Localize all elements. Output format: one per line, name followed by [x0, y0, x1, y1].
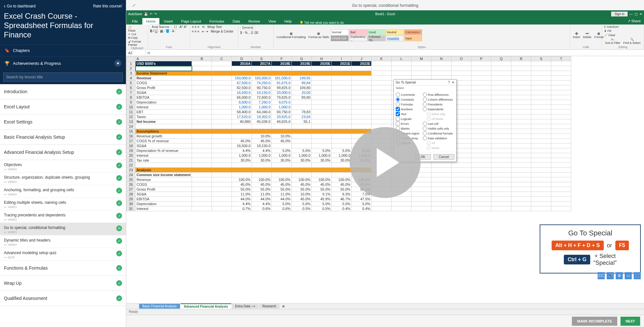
- dlg-option-text[interactable]: Text: [396, 112, 420, 116]
- chapter-item[interactable]: Basic Financial Analysis Setup✓: [0, 130, 126, 145]
- new-sheet-button[interactable]: ⊕: [280, 304, 287, 308]
- wrap-text-button[interactable]: Wrap Text: [207, 25, 222, 29]
- lesson-item[interactable]: Go to special, conditional formatting▭ V…: [0, 223, 126, 235]
- cell-style-hyperlink[interactable]: Hyperlink: [386, 35, 404, 41]
- fullscreen-button[interactable]: ⛶: [634, 272, 641, 279]
- dialog-close-icon[interactable]: ✕: [452, 81, 454, 84]
- insert-cells-button[interactable]: ➕Insert: [572, 31, 581, 39]
- save-icon[interactable]: 💾: [144, 12, 148, 16]
- lesson-item[interactable]: Structure, organization, duplicate sheet…: [0, 173, 126, 185]
- help-icon[interactable]: ?: [448, 81, 450, 84]
- sheet-tab[interactable]: Extra Data -->: [232, 304, 259, 309]
- chapter-list[interactable]: Introduction✓Excel Layout✓Excel Settings…: [0, 84, 126, 327]
- ribbon-tab-review[interactable]: Review: [244, 18, 264, 25]
- cell-style-calculation[interactable]: Calculation: [404, 29, 422, 35]
- dlg-option-comments[interactable]: Comments: [396, 93, 420, 97]
- find-select-button[interactable]: 🔍Find & Select: [622, 37, 642, 45]
- dlg-option-errors[interactable]: Errors: [396, 122, 420, 126]
- chapter-item[interactable]: Excel Layout✓: [0, 99, 126, 114]
- cell-style-checkcell[interactable]: Check Cell: [331, 35, 349, 41]
- cell-style-followedhy[interactable]: Followed Hy...: [367, 35, 385, 41]
- dlg-option-row-differences[interactable]: Row differences: [423, 93, 453, 97]
- dlg-option-conditional-formats[interactable]: Conditional formats: [423, 131, 453, 135]
- minimize-icon[interactable]: —: [630, 12, 633, 16]
- font-name-select[interactable]: Arial Narrow: [150, 25, 171, 29]
- settings-button[interactable]: ⚙: [616, 272, 623, 279]
- lesson-item[interactable]: Dynamic titles and headers▭ VIDEO✓: [0, 235, 126, 248]
- ribbon-tab-formulas[interactable]: Formulas: [205, 18, 228, 25]
- name-box[interactable]: A2: [126, 50, 146, 55]
- redo-icon[interactable]: ↷: [154, 12, 157, 16]
- ribbon-tab-help[interactable]: Help: [280, 18, 296, 25]
- sheet-tab[interactable]: Basic Financial Analysis: [139, 304, 180, 309]
- chapter-item[interactable]: Excel Settings✓: [0, 114, 126, 130]
- cell-style-input[interactable]: Input: [404, 35, 422, 41]
- share-button[interactable]: ↗ Share: [624, 18, 644, 25]
- cell-style-neutral[interactable]: Neutral: [386, 29, 404, 35]
- dlg-option-numbers[interactable]: Numbers: [396, 107, 420, 111]
- sheet-tab[interactable]: Advanced Financial Analysis: [181, 303, 231, 309]
- sort-filter-button[interactable]: A↓Sort & Filter: [604, 37, 621, 45]
- format-as-table-button[interactable]: ▦Format as Table: [308, 31, 330, 39]
- cut-button[interactable]: Cut: [132, 33, 136, 36]
- volume-button[interactable]: 🔊: [607, 272, 614, 279]
- autosave-toggle[interactable]: AutoSave: [128, 12, 142, 16]
- ribbon-tab-file[interactable]: File: [128, 18, 142, 25]
- lesson-item[interactable]: Advanced modeling setup quiz▭ QUIZ✓: [0, 248, 126, 261]
- cell-style-normal[interactable]: Normal: [331, 29, 349, 35]
- chapter-item[interactable]: Wrap Up✓: [0, 276, 126, 291]
- search-input[interactable]: [3, 73, 123, 82]
- copy-button[interactable]: Copy: [131, 36, 138, 39]
- chapter-item[interactable]: Functions & Formulas✓: [0, 261, 126, 276]
- clear-button[interactable]: Clear: [609, 34, 616, 37]
- font-size-select[interactable]: 11: [172, 25, 179, 29]
- formula-bar[interactable]: [152, 52, 644, 54]
- format-painter-button[interactable]: Format Painter: [128, 40, 141, 46]
- conditional-formatting-button[interactable]: ▦Conditional Formatting: [276, 31, 307, 39]
- achievements-toggle[interactable]: 🏆 Achievements & Progress ★: [0, 56, 126, 70]
- merge-center-button[interactable]: Merge & Center: [211, 30, 234, 33]
- next-button[interactable]: NEXT: [620, 317, 640, 326]
- undo-icon[interactable]: ↶: [150, 12, 152, 16]
- tell-me-search[interactable]: 💡 Tell me what you want to do: [299, 21, 344, 25]
- fullscreen-icon[interactable]: ⤢: [132, 3, 136, 8]
- signin-button[interactable]: Sign in: [611, 12, 628, 16]
- captions-button[interactable]: CC: [598, 272, 605, 279]
- lesson-item[interactable]: Anchoring, formatting, and grouping cell…: [0, 185, 126, 198]
- chapter-item[interactable]: Advanced Financial Analysis Setup✓: [0, 145, 126, 160]
- dlg-option-visible-cells-only[interactable]: Visible cells only: [423, 126, 453, 131]
- ribbon-tab-view[interactable]: View: [265, 18, 280, 25]
- dlg-option-formulas[interactable]: Formulas: [396, 102, 420, 106]
- cell-style-good[interactable]: Good: [367, 29, 385, 35]
- back-to-dashboard-link[interactable]: Go to dashboard: [4, 3, 36, 9]
- fill-button[interactable]: Fill: [608, 29, 611, 33]
- lesson-item[interactable]: Tracing precedents and dependents▭ VIDEO…: [0, 210, 126, 223]
- lesson-item[interactable]: Objectives▭ VIDEO✓: [0, 160, 126, 173]
- dlg-option-logicals[interactable]: Logicals: [396, 117, 420, 121]
- cell-style-explanatory[interactable]: Explanatory ...: [349, 35, 367, 41]
- dlg-option-constants[interactable]: Constants: [396, 97, 420, 102]
- chapters-toggle[interactable]: 🔖 Chapters: [0, 45, 126, 56]
- close-icon[interactable]: ✕: [639, 12, 642, 16]
- maximize-icon[interactable]: ▢: [635, 12, 638, 16]
- chapter-item[interactable]: Qualified Assessment✓: [0, 291, 126, 306]
- video-play-button[interactable]: [350, 127, 421, 198]
- rate-course-link[interactable]: Rate this course!: [93, 3, 122, 9]
- ribbon-tab-page-layout[interactable]: Page Layout: [177, 18, 205, 25]
- pip-button[interactable]: ▭: [625, 272, 632, 279]
- delete-cells-button[interactable]: ➖Delete: [582, 31, 592, 39]
- sheet-tab[interactable]: Research: [259, 304, 279, 309]
- dlg-option-last-cell[interactable]: Last cell: [423, 122, 453, 126]
- mark-incomplete-button[interactable]: MARK INCOMPLETE: [572, 317, 617, 326]
- dlg-option-precedents[interactable]: Precedents: [423, 102, 453, 106]
- lesson-item[interactable]: Editing multiple sheets, naming cells▭ V…: [0, 198, 126, 210]
- chapter-item[interactable]: Introduction✓: [0, 84, 126, 99]
- dlg-option-data-validation[interactable]: Data validation: [423, 136, 453, 140]
- ribbon-tab-insert[interactable]: Insert: [160, 18, 177, 25]
- dlg-option-column-differences[interactable]: Column differences: [423, 97, 453, 102]
- cell-style-bad[interactable]: Bad: [349, 29, 367, 35]
- autosum-button[interactable]: AutoSum: [607, 25, 619, 28]
- ribbon-tab-data[interactable]: Data: [229, 18, 244, 25]
- number-format-select[interactable]: General: [240, 25, 255, 30]
- dlg-option-dependents[interactable]: Dependents: [423, 107, 453, 111]
